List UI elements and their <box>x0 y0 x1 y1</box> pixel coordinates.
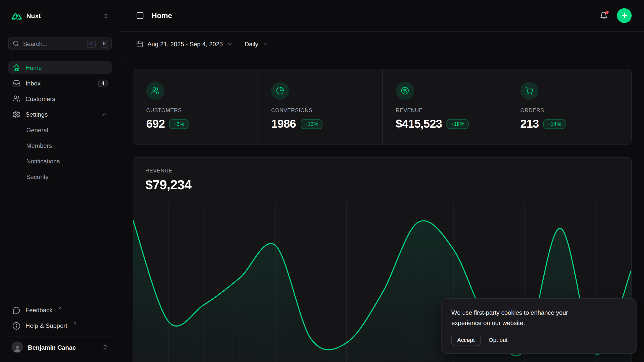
sidebar-item-members[interactable]: Members <box>8 139 112 152</box>
sidebar-toggle-button[interactable] <box>136 12 144 20</box>
sidebar-item-feedback[interactable]: Feedback <box>8 303 112 317</box>
message-bubble-icon <box>12 306 21 314</box>
cookie-accept-button[interactable]: Accept <box>451 334 480 346</box>
sidebar: Nuxt Search... ⌘ K Home <box>0 0 120 362</box>
sidebar-item-general[interactable]: General <box>8 123 112 137</box>
sidebar-item-label: Inbox <box>25 80 41 87</box>
workspace-name: Nuxt <box>26 12 41 20</box>
sidebar-subitem-label: General <box>26 126 48 133</box>
dollar-circle-icon <box>396 82 414 100</box>
kbd-k: K <box>101 40 108 48</box>
users-icon <box>146 82 164 100</box>
revenue-chart-label: REVENUE <box>145 167 619 173</box>
page-title: Home <box>151 11 172 20</box>
search-input[interactable]: Search... ⌘ K <box>8 37 112 50</box>
sidebar-item-label: Customers <box>25 95 55 102</box>
sidebar-item-label: Help & Support <box>25 322 67 329</box>
date-range-picker[interactable]: Aug 21, 2025 - Sep 4, 2025 <box>136 40 233 48</box>
chevron-down-icon <box>227 41 233 47</box>
plus-icon <box>621 12 628 19</box>
sidebar-item-label: Home <box>25 64 42 71</box>
stat-value: 1986 <box>271 117 296 130</box>
gear-icon <box>12 110 21 118</box>
stat-card-customers: CUSTOMERS 692 +6% <box>133 69 258 145</box>
sidebar-top: Nuxt Search... ⌘ K Home <box>8 10 112 186</box>
sidebar-item-inbox[interactable]: Inbox 4 <box>8 76 112 90</box>
delta-badge: +6% <box>169 119 188 129</box>
granularity-label: Daily <box>245 41 258 48</box>
cookie-message: We use first-party cookies to enhance yo… <box>451 308 593 328</box>
sidebar-item-security[interactable]: Security <box>8 170 112 184</box>
avatar <box>12 341 23 353</box>
stats-cards: CUSTOMERS 692 +6% CONVERSIONS 1986 +13% <box>133 69 632 145</box>
dashboard-content: CUSTOMERS 692 +6% CONVERSIONS 1986 +13% <box>120 57 644 362</box>
date-range-label: Aug 21, 2025 - Sep 4, 2025 <box>147 41 223 48</box>
sidebar-item-settings[interactable]: Settings <box>8 108 112 121</box>
chevrons-up-down-icon <box>102 344 108 350</box>
cookie-optout-button[interactable]: Opt out <box>489 337 508 343</box>
search-icon <box>13 40 19 47</box>
stat-label: REVENUE <box>396 107 494 113</box>
stat-card-orders: ORDERS 213 +14% <box>507 69 631 145</box>
sidebar-subitem-label: Security <box>26 173 48 180</box>
notification-dot <box>606 11 609 14</box>
sidebar-bottom: Feedback Help & Support Benjamin Canac <box>8 303 112 356</box>
stat-card-conversions: CONVERSIONS 1986 +13% <box>258 69 382 145</box>
dashboard-app: Nuxt Search... ⌘ K Home <box>0 0 644 362</box>
arrow-up-right-icon <box>58 306 62 310</box>
search-placeholder: Search... <box>23 40 82 47</box>
notifications-button[interactable] <box>600 12 608 20</box>
delta-badge: +18% <box>447 119 469 129</box>
pie-chart-icon <box>271 82 289 100</box>
revenue-chart-value: $79,234 <box>145 177 619 192</box>
info-circle-icon <box>12 322 21 330</box>
sidebar-nav: Home Inbox 4 Customers <box>8 61 112 184</box>
arrow-up-right-icon <box>73 321 77 326</box>
page-header: Home <box>120 0 644 32</box>
sidebar-item-notifications[interactable]: Notifications <box>8 154 112 168</box>
delta-badge: +13% <box>300 119 323 129</box>
panel-left-icon <box>136 12 144 20</box>
granularity-select[interactable]: Daily <box>245 41 268 48</box>
user-name: Benjamin Canac <box>28 344 76 351</box>
cookie-banner: We use first-party cookies to enhance yo… <box>441 298 636 354</box>
stat-value: 213 <box>520 117 539 130</box>
users-icon <box>12 95 21 103</box>
chevron-down-icon <box>262 41 268 47</box>
inbox-icon <box>12 79 21 87</box>
sidebar-item-home[interactable]: Home <box>8 61 112 74</box>
chevron-up-icon <box>101 111 108 118</box>
shopping-cart-icon <box>520 82 538 100</box>
sidebar-item-customers[interactable]: Customers <box>8 92 112 106</box>
main-panel: Home Au <box>120 0 644 362</box>
sidebar-subitem-label: Members <box>26 142 52 149</box>
delta-badge: +14% <box>543 119 566 129</box>
stat-value: $415,523 <box>396 117 442 130</box>
stat-label: CONVERSIONS <box>271 107 369 113</box>
inbox-count-badge: 4 <box>98 79 108 87</box>
stat-label: CUSTOMERS <box>146 107 245 113</box>
stat-value: 692 <box>146 117 165 130</box>
kbd-cmd: ⌘ <box>87 40 96 48</box>
sidebar-item-label: Feedback <box>25 307 53 314</box>
calendar-icon <box>136 40 143 48</box>
stat-label: ORDERS <box>520 107 618 113</box>
stat-card-revenue: REVENUE $415,523 +18% <box>382 69 507 145</box>
nuxt-logo-icon <box>12 13 22 20</box>
workspace-switcher[interactable]: Nuxt <box>8 10 112 22</box>
filters-toolbar: Aug 21, 2025 - Sep 4, 2025 Daily <box>120 32 644 57</box>
sidebar-subitem-label: Notifications <box>26 158 60 165</box>
home-icon <box>12 63 21 72</box>
chevrons-up-down-icon <box>103 13 109 19</box>
sidebar-item-help-support[interactable]: Help & Support <box>8 319 112 333</box>
sidebar-item-label: Settings <box>25 111 48 118</box>
user-menu-button[interactable]: Benjamin Canac <box>8 337 112 356</box>
create-button[interactable] <box>617 8 632 23</box>
